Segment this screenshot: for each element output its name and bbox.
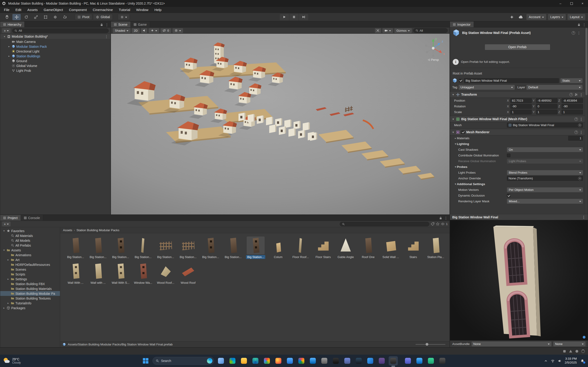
- folder-tree-item[interactable]: ▾ Favorites: [0, 228, 60, 233]
- label-filter-icon[interactable]: [431, 222, 434, 226]
- folder-tree-item[interactable]: ▸ Settings: [0, 277, 60, 282]
- foldout-arrow-icon[interactable]: ▸: [454, 137, 457, 140]
- scene-camera-dropdown[interactable]: [382, 28, 393, 33]
- asset-item[interactable]: Big Station...: [87, 236, 109, 262]
- inspector-scrollbar[interactable]: [585, 27, 588, 214]
- chrome-icon[interactable]: [262, 356, 271, 365]
- lock-icon[interactable]: [578, 23, 580, 26]
- asset-item[interactable]: Big Station...: [154, 236, 177, 262]
- open-prefab-button[interactable]: Open Prefab: [485, 44, 550, 50]
- store-icon[interactable]: [308, 356, 317, 365]
- gizmos-dropdown[interactable]: Gizmos: [394, 28, 412, 33]
- scale-tool-button[interactable]: [32, 14, 40, 20]
- folder-tree-item[interactable]: Station Building Materials: [0, 286, 60, 291]
- clock[interactable]: 3:33 PM 2/5/2025: [565, 357, 577, 365]
- tab-game[interactable]: Game: [131, 22, 150, 27]
- panel-menu-icon[interactable]: ⋮: [105, 23, 109, 26]
- asset-item[interactable]: Window Wa...: [132, 262, 154, 288]
- presets-icon[interactable]: [574, 93, 578, 96]
- asset-item[interactable]: Floor Roof...: [289, 236, 312, 262]
- preview-menu-icon[interactable]: ⋮: [582, 215, 586, 219]
- foldout-arrow-icon[interactable]: ▾: [452, 93, 455, 96]
- settings-icon[interactable]: [320, 356, 329, 365]
- asset-item[interactable]: Big Station...: [132, 236, 154, 262]
- hierarchy-item[interactable]: Global Volume ⋮: [0, 63, 111, 68]
- folder-tree-item[interactable]: ▸ TutorialInfo: [0, 301, 60, 306]
- search-everything-button[interactable]: [508, 14, 515, 20]
- foldout-arrow-icon[interactable]: ▾: [452, 118, 455, 121]
- scene-grid-dropdown[interactable]: [173, 28, 183, 33]
- component-menu-icon[interactable]: ⋮: [579, 93, 583, 96]
- folder-tree-item[interactable]: Scenes: [0, 267, 60, 272]
- transform-tool-button[interactable]: [51, 14, 59, 20]
- asset-item[interactable]: Wall with ...: [87, 262, 109, 288]
- file-explorer-icon[interactable]: [239, 356, 249, 365]
- edge-icon[interactable]: [251, 356, 260, 365]
- menu-item[interactable]: Cinemachine: [90, 7, 116, 13]
- asset-item[interactable]: Wood Roof...: [154, 262, 177, 288]
- foldout-arrow-icon[interactable]: ▾: [454, 165, 457, 168]
- help-icon[interactable]: ?: [574, 131, 578, 134]
- terminal-icon[interactable]: [331, 356, 340, 365]
- y-value-field[interactable]: 1: [536, 110, 557, 115]
- layout-dropdown[interactable]: Layout: [568, 14, 585, 20]
- help-icon[interactable]: ?: [572, 31, 575, 35]
- notification-button[interactable]: [580, 358, 585, 363]
- foldout-arrow-icon[interactable]: ▾: [454, 142, 457, 145]
- item-menu-icon[interactable]: ⋮: [105, 35, 111, 38]
- hierarchy-item[interactable]: ▸ Modular Station Pack ⋮: [0, 44, 111, 49]
- folder-tree-item[interactable]: HDRPDefaultResources: [0, 262, 60, 267]
- foldout-arrow-icon[interactable]: ▸: [8, 45, 10, 48]
- asset-item[interactable]: Colum: [267, 236, 289, 262]
- github-desktop-icon[interactable]: [377, 356, 386, 365]
- scene-tools-button[interactable]: [375, 28, 381, 33]
- name-field[interactable]: Big Station Window Wall Final: [464, 78, 559, 83]
- start-button[interactable]: [141, 356, 150, 365]
- hierarchy-item[interactable]: ▾ Modular Station Building* ⋮: [0, 34, 111, 39]
- asset-item[interactable]: Big Station...: [109, 236, 132, 262]
- volume-icon[interactable]: [558, 359, 562, 363]
- tab-hierarchy[interactable]: Hierarchy: [0, 22, 25, 27]
- asset-item[interactable]: Big Station...: [177, 236, 199, 262]
- tag-dropdown[interactable]: Untagged: [459, 85, 515, 90]
- asset-item[interactable]: Stairs: [402, 236, 424, 262]
- hand-tool-button[interactable]: [3, 14, 11, 20]
- panel-menu-icon[interactable]: ⋮: [582, 23, 586, 26]
- lock-icon[interactable]: [100, 23, 103, 26]
- menu-item[interactable]: Edit: [12, 7, 24, 13]
- weather-widget[interactable]: 29°C Cloudy: [3, 357, 21, 364]
- object-picker-icon[interactable]: [578, 124, 581, 127]
- breadcrumb-current[interactable]: Station Building Modular Packs: [77, 228, 120, 232]
- account-dropdown[interactable]: Account: [527, 14, 546, 20]
- asset-item[interactable]: Big Station...: [244, 236, 267, 262]
- menu-item[interactable]: GameObject: [41, 7, 66, 13]
- menu-item[interactable]: Help: [151, 7, 164, 13]
- hierarchy-item[interactable]: Light Prob ⋮: [0, 68, 111, 73]
- foldout-arrow-icon[interactable]: ▸: [8, 55, 10, 58]
- y-value-field[interactable]: 0: [536, 104, 557, 109]
- help-icon[interactable]: ?: [574, 117, 578, 121]
- z-value-field[interactable]: 1: [562, 110, 583, 115]
- asset-item[interactable]: Gable Angle: [334, 236, 357, 262]
- foldout-arrow-icon[interactable]: ▾: [2, 229, 6, 232]
- favorite-filter-icon[interactable]: [436, 222, 439, 226]
- hierarchy-item[interactable]: Main Camera ⋮: [0, 39, 111, 44]
- foldout-arrow-icon[interactable]: ▾: [452, 131, 455, 134]
- light-probes-dropdown[interactable]: Blend Probes: [507, 170, 583, 175]
- 2d-toggle[interactable]: 2D: [132, 28, 140, 33]
- layers-dropdown[interactable]: Layers: [548, 14, 566, 20]
- folder-tree-item[interactable]: ▸ Packages: [0, 306, 60, 310]
- hierarchy-add-button[interactable]: +: [2, 28, 10, 33]
- tab-console[interactable]: Console: [21, 215, 43, 221]
- step-button[interactable]: [299, 14, 308, 20]
- component-menu-icon[interactable]: ⋮: [579, 131, 583, 134]
- tab-scene[interactable]: Scene: [111, 22, 131, 27]
- wifi-icon[interactable]: [551, 359, 555, 363]
- foldout-arrow-icon[interactable]: ▸: [7, 258, 10, 261]
- background-task-spinner[interactable]: [581, 350, 585, 353]
- contribute-gi-checkbox[interactable]: [507, 154, 510, 157]
- unity-icon[interactable]: [389, 356, 398, 365]
- assetbundle-variant-dropdown[interactable]: None: [553, 342, 586, 346]
- asset-item[interactable]: Big Station...: [199, 236, 222, 262]
- vscode-icon[interactable]: [366, 356, 375, 365]
